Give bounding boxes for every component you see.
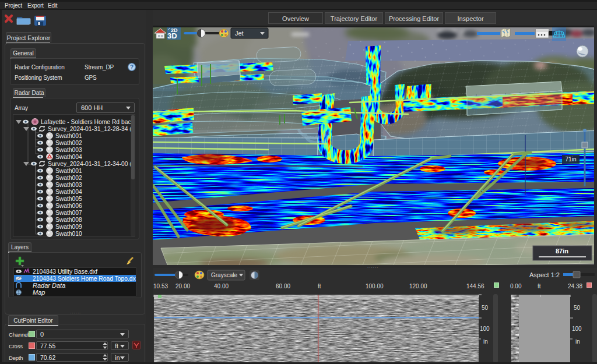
svg-text:100: 100 bbox=[480, 326, 490, 332]
svg-text:in: in bbox=[575, 338, 580, 345]
svg-text:Swath002: Swath002 bbox=[55, 175, 82, 181]
svg-text:Radar Data: Radar Data bbox=[33, 282, 65, 289]
svg-text:50: 50 bbox=[574, 305, 581, 311]
svg-text:100: 100 bbox=[572, 326, 582, 332]
svg-text:Swath010: Swath010 bbox=[55, 231, 82, 237]
svg-text:Aspect 1:2: Aspect 1:2 bbox=[529, 271, 560, 278]
svg-text:Jet: Jet bbox=[235, 30, 244, 37]
svg-text:Survey_2024-01-31_12-34-00 (2.: Survey_2024-01-31_12-34-00 (2... bbox=[48, 161, 135, 167]
svg-text:Swath006: Swath006 bbox=[55, 203, 82, 209]
svg-text:Swath005: Swath005 bbox=[55, 196, 82, 202]
svg-text:Swath004: Swath004 bbox=[55, 189, 82, 195]
svg-text:Swath004: Swath004 bbox=[55, 154, 82, 160]
svg-text:Swath007: Swath007 bbox=[55, 210, 82, 216]
svg-text:50: 50 bbox=[482, 305, 489, 311]
svg-text:Swath009: Swath009 bbox=[55, 224, 82, 230]
svg-text:Swath008: Swath008 bbox=[55, 217, 82, 223]
svg-text:Swath001: Swath001 bbox=[55, 168, 82, 174]
svg-text:Swath001: Swath001 bbox=[55, 133, 82, 139]
svg-text:Grayscale: Grayscale bbox=[211, 272, 237, 278]
svg-text:87in: 87in bbox=[556, 248, 568, 255]
svg-text:71in: 71in bbox=[566, 156, 577, 162]
svg-text:Swath003: Swath003 bbox=[55, 182, 82, 188]
svg-text:Map: Map bbox=[33, 289, 45, 296]
svg-text:Swath002: Swath002 bbox=[55, 140, 82, 146]
svg-text:Survey_2024-01-31_12-28-34 (4: Survey_2024-01-31_12-28-34 (4 ... bbox=[48, 126, 135, 132]
svg-text:2104843 Soldiers Home Road Top: 2104843 Soldiers Home Road Topo.dxf bbox=[33, 275, 136, 282]
svg-text:in: in bbox=[483, 338, 488, 345]
svg-text:3D: 3D bbox=[167, 31, 177, 40]
svg-text:Swath003: Swath003 bbox=[55, 147, 82, 153]
svg-text:2104843 Utility Base.dxf: 2104843 Utility Base.dxf bbox=[33, 268, 97, 275]
svg-text:?: ? bbox=[130, 64, 134, 70]
svg-text:Lafayette - Soldiers Home Rd b: Lafayette - Soldiers Home Rd backup... bbox=[41, 119, 135, 125]
